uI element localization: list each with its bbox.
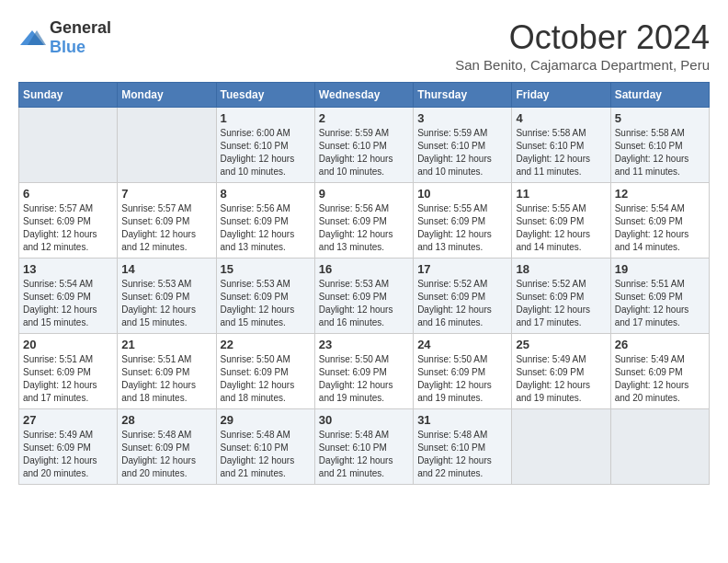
weekday-header-saturday: Saturday xyxy=(610,83,709,108)
day-number: 16 xyxy=(319,262,409,276)
day-number: 17 xyxy=(417,262,507,276)
weekday-header-wednesday: Wednesday xyxy=(314,83,413,108)
calendar-cell: 6Sunrise: 5:57 AM Sunset: 6:09 PM Daylig… xyxy=(19,183,118,259)
day-info: Sunrise: 5:48 AM Sunset: 6:10 PM Dayligh… xyxy=(417,429,507,480)
day-info: Sunrise: 5:58 AM Sunset: 6:10 PM Dayligh… xyxy=(516,127,606,178)
location-title: San Benito, Cajamarca Department, Peru xyxy=(455,57,710,73)
day-info: Sunrise: 5:50 AM Sunset: 6:09 PM Dayligh… xyxy=(417,353,507,405)
day-info: Sunrise: 5:49 AM Sunset: 6:09 PM Dayligh… xyxy=(615,353,705,405)
weekday-header-monday: Monday xyxy=(118,83,216,108)
logo-general: General xyxy=(50,18,111,37)
logo: General Blue xyxy=(18,18,111,57)
day-number: 28 xyxy=(121,413,211,427)
day-info: Sunrise: 5:51 AM Sunset: 6:09 PM Dayligh… xyxy=(615,278,705,329)
calendar-cell: 16Sunrise: 5:53 AM Sunset: 6:09 PM Dayli… xyxy=(314,259,413,334)
day-number: 20 xyxy=(23,338,113,351)
day-number: 12 xyxy=(615,187,705,201)
calendar-cell xyxy=(19,108,118,183)
calendar-cell: 25Sunrise: 5:49 AM Sunset: 6:09 PM Dayli… xyxy=(512,334,610,409)
weekday-header-sunday: Sunday xyxy=(19,83,118,108)
weekday-header-thursday: Thursday xyxy=(414,83,512,108)
logo-icon xyxy=(18,29,46,47)
day-info: Sunrise: 5:52 AM Sunset: 6:09 PM Dayligh… xyxy=(516,278,606,329)
calendar-cell: 21Sunrise: 5:51 AM Sunset: 6:09 PM Dayli… xyxy=(118,334,216,409)
day-number: 2 xyxy=(319,111,409,125)
calendar-cell: 23Sunrise: 5:50 AM Sunset: 6:09 PM Dayli… xyxy=(314,334,413,409)
calendar-cell: 28Sunrise: 5:48 AM Sunset: 6:09 PM Dayli… xyxy=(118,409,216,485)
day-number: 23 xyxy=(319,338,409,351)
day-info: Sunrise: 5:55 AM Sunset: 6:09 PM Dayligh… xyxy=(417,202,507,254)
day-number: 6 xyxy=(23,187,113,201)
calendar-cell: 1Sunrise: 6:00 AM Sunset: 6:10 PM Daylig… xyxy=(216,108,314,183)
day-info: Sunrise: 5:48 AM Sunset: 6:10 PM Dayligh… xyxy=(221,429,311,480)
day-number: 27 xyxy=(23,413,113,427)
calendar-week-5: 27Sunrise: 5:49 AM Sunset: 6:09 PM Dayli… xyxy=(19,409,710,485)
day-number: 14 xyxy=(121,262,211,276)
day-number: 21 xyxy=(121,338,211,351)
calendar-cell: 10Sunrise: 5:55 AM Sunset: 6:09 PM Dayli… xyxy=(414,183,512,259)
weekday-header-row: SundayMondayTuesdayWednesdayThursdayFrid… xyxy=(19,83,710,108)
calendar-cell: 4Sunrise: 5:58 AM Sunset: 6:10 PM Daylig… xyxy=(512,108,610,183)
day-info: Sunrise: 5:53 AM Sunset: 6:09 PM Dayligh… xyxy=(121,278,211,329)
day-info: Sunrise: 5:50 AM Sunset: 6:09 PM Dayligh… xyxy=(319,353,409,405)
calendar-cell: 19Sunrise: 5:51 AM Sunset: 6:09 PM Dayli… xyxy=(610,259,709,334)
title-area: October 2024 San Benito, Cajamarca Depar… xyxy=(455,18,710,73)
day-number: 31 xyxy=(417,413,507,427)
day-info: Sunrise: 5:49 AM Sunset: 6:09 PM Dayligh… xyxy=(23,429,113,480)
calendar-cell xyxy=(512,409,610,485)
calendar-week-4: 20Sunrise: 5:51 AM Sunset: 6:09 PM Dayli… xyxy=(19,334,710,409)
day-number: 4 xyxy=(516,111,606,125)
calendar-cell xyxy=(610,409,709,485)
day-info: Sunrise: 5:51 AM Sunset: 6:09 PM Dayligh… xyxy=(121,353,211,405)
day-info: Sunrise: 5:51 AM Sunset: 6:09 PM Dayligh… xyxy=(23,353,113,405)
day-number: 26 xyxy=(615,338,705,351)
calendar-cell: 11Sunrise: 5:55 AM Sunset: 6:09 PM Dayli… xyxy=(512,183,610,259)
day-info: Sunrise: 5:55 AM Sunset: 6:09 PM Dayligh… xyxy=(516,202,606,254)
day-info: Sunrise: 5:50 AM Sunset: 6:09 PM Dayligh… xyxy=(221,353,311,405)
calendar-cell: 18Sunrise: 5:52 AM Sunset: 6:09 PM Dayli… xyxy=(512,259,610,334)
day-info: Sunrise: 5:57 AM Sunset: 6:09 PM Dayligh… xyxy=(23,202,113,254)
logo-blue: Blue xyxy=(50,38,85,56)
calendar-cell: 17Sunrise: 5:52 AM Sunset: 6:09 PM Dayli… xyxy=(414,259,512,334)
day-info: Sunrise: 6:00 AM Sunset: 6:10 PM Dayligh… xyxy=(221,127,311,178)
day-number: 1 xyxy=(221,111,311,125)
calendar-cell: 9Sunrise: 5:56 AM Sunset: 6:09 PM Daylig… xyxy=(314,183,413,259)
day-info: Sunrise: 5:58 AM Sunset: 6:10 PM Dayligh… xyxy=(615,127,705,178)
day-number: 11 xyxy=(516,187,606,201)
weekday-header-tuesday: Tuesday xyxy=(216,83,314,108)
day-info: Sunrise: 5:48 AM Sunset: 6:10 PM Dayligh… xyxy=(319,429,409,480)
calendar-cell: 24Sunrise: 5:50 AM Sunset: 6:09 PM Dayli… xyxy=(414,334,512,409)
calendar-cell: 29Sunrise: 5:48 AM Sunset: 6:10 PM Dayli… xyxy=(216,409,314,485)
day-number: 19 xyxy=(615,262,705,276)
calendar-cell: 2Sunrise: 5:59 AM Sunset: 6:10 PM Daylig… xyxy=(314,108,413,183)
calendar-week-1: 1Sunrise: 6:00 AM Sunset: 6:10 PM Daylig… xyxy=(19,108,710,183)
day-info: Sunrise: 5:53 AM Sunset: 6:09 PM Dayligh… xyxy=(221,278,311,329)
calendar-cell: 8Sunrise: 5:56 AM Sunset: 6:09 PM Daylig… xyxy=(216,183,314,259)
day-number: 29 xyxy=(221,413,311,427)
calendar-cell: 5Sunrise: 5:58 AM Sunset: 6:10 PM Daylig… xyxy=(610,108,709,183)
day-number: 5 xyxy=(615,111,705,125)
day-info: Sunrise: 5:56 AM Sunset: 6:09 PM Dayligh… xyxy=(319,202,409,254)
day-number: 10 xyxy=(417,187,507,201)
day-info: Sunrise: 5:59 AM Sunset: 6:10 PM Dayligh… xyxy=(319,127,409,178)
day-number: 3 xyxy=(417,111,507,125)
calendar-cell: 3Sunrise: 5:59 AM Sunset: 6:10 PM Daylig… xyxy=(414,108,512,183)
day-info: Sunrise: 5:48 AM Sunset: 6:09 PM Dayligh… xyxy=(121,429,211,480)
weekday-header-friday: Friday xyxy=(512,83,610,108)
day-number: 25 xyxy=(516,338,606,351)
day-number: 24 xyxy=(417,338,507,351)
day-number: 13 xyxy=(23,262,113,276)
day-number: 18 xyxy=(516,262,606,276)
calendar-cell: 20Sunrise: 5:51 AM Sunset: 6:09 PM Dayli… xyxy=(19,334,118,409)
day-info: Sunrise: 5:54 AM Sunset: 6:09 PM Dayligh… xyxy=(615,202,705,254)
calendar-cell: 26Sunrise: 5:49 AM Sunset: 6:09 PM Dayli… xyxy=(610,334,709,409)
day-number: 9 xyxy=(319,187,409,201)
calendar-cell: 22Sunrise: 5:50 AM Sunset: 6:09 PM Dayli… xyxy=(216,334,314,409)
day-info: Sunrise: 5:52 AM Sunset: 6:09 PM Dayligh… xyxy=(417,278,507,329)
calendar-cell: 15Sunrise: 5:53 AM Sunset: 6:09 PM Dayli… xyxy=(216,259,314,334)
calendar-cell: 27Sunrise: 5:49 AM Sunset: 6:09 PM Dayli… xyxy=(19,409,118,485)
day-info: Sunrise: 5:54 AM Sunset: 6:09 PM Dayligh… xyxy=(23,278,113,329)
calendar: SundayMondayTuesdayWednesdayThursdayFrid… xyxy=(18,82,710,485)
day-number: 8 xyxy=(221,187,311,201)
day-info: Sunrise: 5:56 AM Sunset: 6:09 PM Dayligh… xyxy=(221,202,311,254)
